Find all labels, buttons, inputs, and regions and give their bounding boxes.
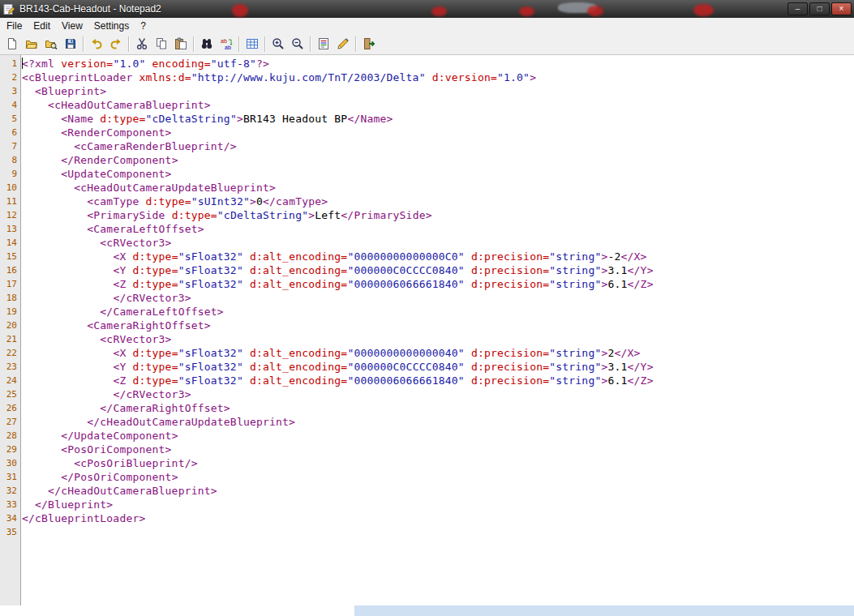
close-button[interactable]: × — [831, 2, 852, 15]
code-line-6: <RenderComponent> — [22, 126, 854, 139]
paste-button[interactable] — [171, 35, 191, 53]
bottom-strip-left — [0, 605, 354, 616]
toolbar-separator — [355, 36, 357, 52]
open-file-icon — [25, 37, 38, 50]
word-wrap-button[interactable] — [242, 35, 262, 53]
line-number: 23 — [0, 360, 17, 374]
svg-text:ab: ab — [225, 45, 231, 50]
line-number: 4 — [0, 98, 17, 112]
line-number: 15 — [0, 250, 17, 263]
line-number-gutter[interactable]: 1234567891011121314151617181920212223242… — [0, 55, 21, 605]
code-line-2: <cBlueprintLoader xmlns:d="http://www.ku… — [22, 71, 854, 84]
browse-files-button[interactable] — [41, 35, 61, 53]
code-line-34: </cBlueprintLoader> — [22, 511, 854, 525]
redo-icon — [109, 37, 122, 50]
menu-help[interactable]: ? — [135, 19, 152, 33]
zoom-in-button[interactable] — [268, 35, 288, 53]
editor-surface[interactable]: <?xml version="1.0" encoding="utf-8"?><c… — [21, 55, 854, 605]
notepad2-app-icon — [3, 3, 15, 15]
code-line-25: </cRVector3> — [22, 387, 854, 401]
line-number: 24 — [0, 374, 17, 387]
menu-file[interactable]: File — [1, 19, 28, 33]
line-number: 25 — [0, 387, 17, 401]
line-number: 9 — [0, 167, 17, 181]
toolbar: abab — [0, 33, 854, 55]
code-line-20: <CameraRightOffset> — [22, 319, 854, 332]
view-scheme-button[interactable] — [314, 35, 333, 53]
new-file-icon — [6, 37, 19, 50]
line-number: 31 — [0, 470, 17, 484]
code-line-29: <PosOriComponent> — [22, 443, 854, 456]
replace-button[interactable]: abab — [217, 35, 236, 53]
code-line-31: </PosOriComponent> — [22, 470, 854, 484]
code-line-4: <cHeadOutCameraBlueprint> — [22, 98, 854, 112]
browse-files-icon — [45, 37, 58, 50]
line-number: 22 — [0, 346, 17, 360]
svg-text:ab: ab — [221, 38, 227, 44]
code-line-32: </cHeadOutCameraBlueprint> — [22, 484, 854, 498]
view-scheme-icon — [317, 37, 330, 50]
redaction-mark — [519, 6, 534, 16]
save-file-button[interactable] — [61, 35, 80, 53]
line-number: 1 — [0, 57, 17, 71]
code-line-26: </CameraRightOffset> — [22, 401, 854, 415]
menu-edit[interactable]: Edit — [28, 19, 56, 33]
line-number: 10 — [0, 181, 17, 195]
line-number: 3 — [0, 84, 17, 98]
code-line-16: <Y d:type="sFloat32" d:alt_encoding="000… — [22, 263, 854, 277]
menu-settings[interactable]: Settings — [88, 19, 135, 33]
code-line-18: </cRVector3> — [22, 291, 854, 305]
code-line-11: <camType d:type="sUInt32">0</camType> — [22, 195, 854, 208]
cut-button[interactable] — [132, 35, 152, 53]
toolbar-separator — [193, 36, 195, 52]
toolbar-separator — [83, 36, 84, 52]
maximize-button[interactable]: □ — [809, 2, 830, 15]
code-line-30: <cPosOriBlueprint/> — [22, 456, 854, 470]
zoom-in-icon — [272, 37, 285, 50]
line-number: 35 — [0, 525, 17, 539]
line-number: 19 — [0, 305, 17, 319]
redaction-mark — [232, 4, 248, 17]
copy-button[interactable] — [152, 35, 171, 53]
line-number: 6 — [0, 126, 17, 139]
customize-scheme-button[interactable] — [333, 35, 353, 53]
text-caret — [22, 58, 23, 69]
code-line-27: </cHeadOutCameraUpdateBlueprint> — [22, 415, 854, 429]
bottom-strip-right — [354, 605, 854, 616]
minimize-button[interactable]: – — [787, 2, 808, 15]
code-line-3: <Blueprint> — [22, 84, 854, 98]
new-file-button[interactable] — [2, 35, 22, 53]
line-number: 29 — [0, 443, 17, 456]
line-number: 20 — [0, 319, 17, 332]
paste-icon — [174, 37, 187, 50]
code-line-13: <CameraLeftOffset> — [22, 222, 854, 236]
window-titlebar[interactable]: BR143-Cab-Headout - Notepad2 – □ × — [0, 0, 854, 18]
code-line-5: <Name d:type="cDeltaString">BR143 Headou… — [22, 112, 854, 126]
line-number: 21 — [0, 332, 17, 346]
word-wrap-icon — [246, 37, 259, 50]
find-button[interactable] — [197, 35, 217, 53]
code-line-22: <X d:type="sFloat32" d:alt_encoding="000… — [22, 346, 854, 360]
find-icon — [200, 37, 213, 50]
line-number: 26 — [0, 401, 17, 415]
line-number: 30 — [0, 456, 17, 470]
redo-button[interactable] — [106, 35, 126, 53]
menu-view[interactable]: View — [56, 19, 88, 33]
code-line-33: </Blueprint> — [22, 498, 854, 511]
code-line-24: <Z d:type="sFloat32" d:alt_encoding="000… — [22, 374, 854, 387]
code-line-23: <Y d:type="sFloat32" d:alt_encoding="000… — [22, 360, 854, 374]
open-file-button[interactable] — [22, 35, 41, 53]
code-line-10: <cHeadOutCameraUpdateBlueprint> — [22, 181, 854, 195]
undo-button[interactable] — [87, 35, 106, 53]
caption-buttons: – □ × — [787, 2, 852, 15]
code-line-15: <X d:type="sFloat32" d:alt_encoding="000… — [22, 250, 854, 263]
customize-scheme-icon — [337, 37, 350, 50]
zoom-out-button[interactable] — [288, 35, 307, 53]
code-line-8: </RenderComponent> — [22, 153, 854, 167]
redaction-mark — [587, 6, 603, 16]
toolbar-separator — [238, 36, 240, 52]
code-line-19: </CameraLeftOffset> — [22, 305, 854, 319]
code-line-1: <?xml version="1.0" encoding="utf-8"?> — [22, 57, 854, 71]
editor: 1234567891011121314151617181920212223242… — [0, 55, 854, 605]
exit-button[interactable] — [359, 35, 379, 53]
